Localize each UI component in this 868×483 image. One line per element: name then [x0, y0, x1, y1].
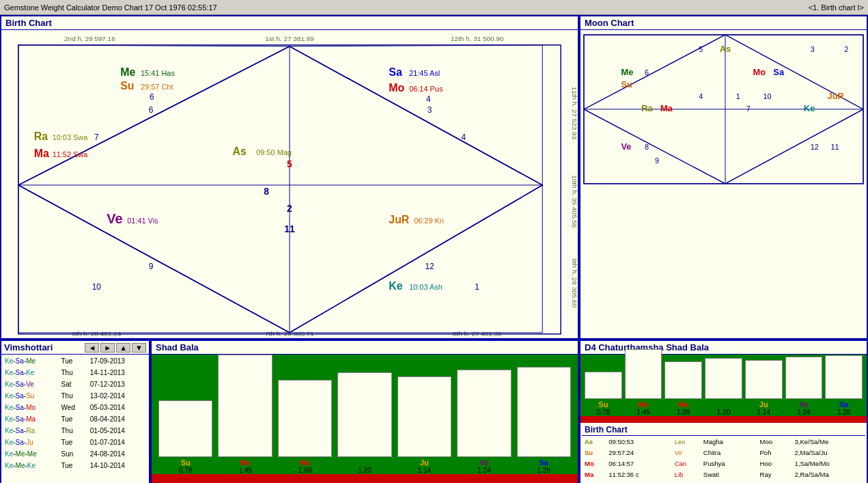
vimshottari-panel: Vimshottari ◄ ► ▲ ▼ Ke-Sa-MeTue17-09-201… [0, 340, 579, 483]
svg-text:11th h. 27  523.93: 11th h. 27 523.93 [571, 87, 578, 140]
bar-value: 1.20 [358, 467, 371, 474]
vim-dasha: Ke-Sa-Ke [3, 368, 57, 378]
vim-down-btn[interactable]: ▼ [132, 343, 146, 353]
vim-date: 14-11-2013 [88, 368, 148, 378]
vim-date: 13-02-2014 [88, 391, 148, 401]
bar-planet-label: Su [598, 400, 608, 409]
vim-day: Wed [59, 402, 86, 413]
svg-text:11:52  Swa: 11:52 Swa [53, 150, 89, 158]
planet-extra: 2,Ma/Sa/Ju [794, 448, 864, 458]
planet-sign: Vir [673, 448, 701, 458]
table-row: Su 29:57:24 Vir Chitra Poh 2,Ma/Sa/Ju [583, 448, 864, 458]
svg-text:8: 8 [645, 143, 649, 151]
bar-value: 1.28 [537, 467, 550, 474]
svg-text:Su: Su [621, 79, 632, 89]
birth-chart-title: Birth Chart [1, 16, 578, 30]
planet-nak: Pushya [702, 459, 757, 469]
bar-value: 1.09 [677, 409, 690, 416]
vim-date: 24-08-2014 [88, 449, 148, 459]
svg-text:2nd h. 29  597.16: 2nd h. 29 597.16 [64, 35, 115, 42]
svg-text:10:03  Ash: 10:03 Ash [409, 283, 443, 291]
svg-text:6: 6 [150, 92, 154, 102]
vim-up-btn[interactable]: ▲ [116, 343, 130, 353]
planet-code: Hoo [759, 459, 792, 469]
vimshottari-header: Vimshottari ◄ ► ▲ ▼ [1, 341, 149, 355]
svg-text:1st h. 27  381.99: 1st h. 27 381.99 [265, 35, 314, 42]
bar [664, 361, 702, 399]
svg-text:11: 11 [284, 223, 295, 234]
svg-text:10: 10 [763, 92, 771, 100]
planet-name: Su [583, 448, 606, 458]
bc-table-title: Birth Chart [582, 424, 865, 436]
svg-text:Sa: Sa [773, 67, 785, 77]
vim-dasha: Ke-Sa-Ma [3, 414, 57, 424]
bar [218, 355, 272, 457]
planet-name: As [583, 437, 606, 447]
birth-chart-panel: Birth Chart 2nd h. 29 597.16 1st h. 27 3… [0, 15, 579, 340]
svg-text:6: 6 [645, 68, 649, 77]
svg-text:10th h. 35  405.56: 10th h. 35 405.56 [571, 175, 578, 228]
bar [785, 357, 823, 399]
bar-wrapper: Ve1.24 [785, 357, 823, 416]
svg-text:12: 12 [425, 262, 434, 271]
moon-chart-panel: Moon Chart As Me Su 6 [579, 15, 868, 340]
bar-value: 1.45 [238, 467, 251, 474]
vim-day: Tue [59, 356, 86, 366]
planet-extra: 1,Sa/Me/Mo [794, 459, 864, 469]
table-row: Mo 06:14:57 Can Pushya Hoo 1,Sa/Me/Mo [583, 459, 864, 469]
shad-bala-panel: Shad Bala Su0.78Mo1.45Ma1.09Me1.20Ju1.14… [150, 340, 579, 483]
vim-day: Tue [59, 437, 86, 447]
vim-dasha: Ke-Sa-Me [3, 356, 57, 366]
bar-value: 1.14 [418, 467, 431, 474]
bar-planet-label: Sa [839, 400, 848, 409]
svg-text:10: 10 [92, 282, 102, 292]
planet-deg: 09:50:53 [607, 437, 672, 447]
bar-value: 0.78 [597, 409, 610, 416]
planet-sign: Lib [673, 470, 701, 480]
svg-text:4: 4 [426, 95, 431, 105]
birth-chart-table: As 09:50:53 Leo Magha Moo 3,Ke/Sa/Me Su … [582, 436, 865, 483]
bar [745, 360, 783, 399]
svg-text:Ve: Ve [621, 141, 631, 152]
vim-day: Thu [59, 368, 86, 378]
vim-nav-buttons: ◄ ► ▲ ▼ [85, 343, 146, 353]
bar-wrapper: Su0.78 [585, 372, 622, 416]
bar-planet-label: Ma [300, 458, 310, 467]
svg-text:5: 5 [699, 45, 703, 53]
bar-value: 1.24 [477, 467, 490, 474]
planet-deg: 11:52:36 c [607, 470, 672, 480]
bar [397, 376, 451, 457]
vim-dasha: Ke-Sa-Ve [3, 379, 57, 389]
vim-prev-btn[interactable]: ◄ [85, 343, 99, 353]
vim-date: 07-12-2013 [88, 379, 148, 389]
vim-day: Sun [59, 449, 86, 459]
bar [585, 372, 622, 399]
bar-value: 1.45 [636, 409, 649, 416]
bar-value: 1.14 [757, 409, 770, 416]
bar-value: 0.78 [179, 467, 192, 474]
svg-text:Ma: Ma [660, 103, 673, 113]
bar-wrapper: Ve1.24 [457, 370, 511, 474]
shad-bala-title: Shad Bala [152, 341, 578, 355]
planet-code: Ray [759, 470, 792, 480]
vim-day: Thu [59, 391, 86, 401]
vim-date: 01-07-2014 [88, 437, 148, 447]
svg-text:Ve: Ve [107, 211, 122, 226]
svg-text:06:29  Kri: 06:29 Kri [414, 217, 444, 225]
bar-wrapper: Ma1.09 [664, 361, 702, 416]
planet-name: Ma [583, 470, 606, 480]
vimshottari-table: Ke-Sa-MeTue17-09-2013Ke-Sa-KeThu14-11-20… [1, 355, 149, 472]
title-right: <1. Birth chart I> [809, 3, 864, 12]
bar-wrapper: Me1.20 [337, 372, 391, 474]
vim-date: 14-10-2014 [88, 460, 148, 471]
vim-next-btn[interactable]: ► [100, 343, 115, 353]
title-bar: Gemstone Weight Calculator Demo Chart 17… [0, 0, 868, 15]
svg-text:8: 8 [264, 186, 269, 197]
bar-value: 1.09 [298, 467, 311, 474]
bar-planet-label: Ve [479, 458, 488, 467]
svg-text:4: 4 [699, 92, 703, 100]
svg-text:Ma: Ma [34, 148, 49, 159]
svg-text:Ra: Ra [641, 103, 653, 113]
bar-planet-label: Ju [759, 400, 768, 409]
svg-text:1: 1 [475, 282, 479, 292]
